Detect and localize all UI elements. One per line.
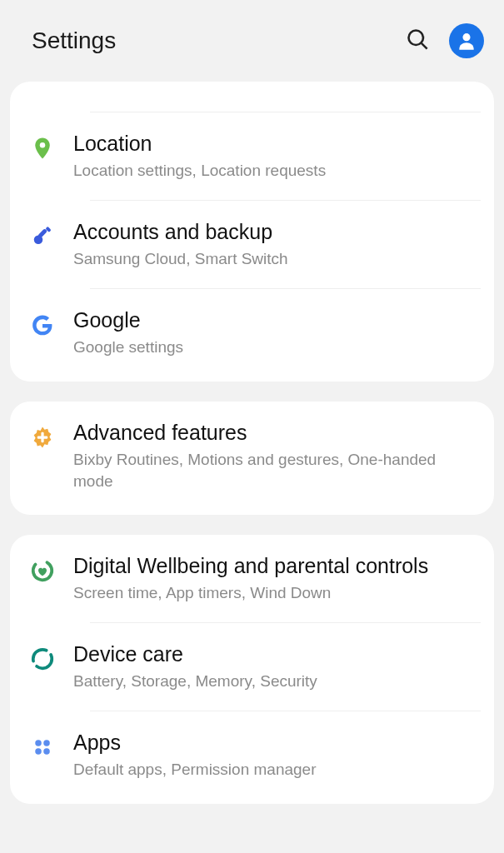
settings-row-advanced-features[interactable]: Advanced features Bixby Routines, Motion… xyxy=(10,402,494,516)
row-subtitle: Location settings, Location requests xyxy=(73,160,474,182)
profile-icon[interactable] xyxy=(449,23,484,58)
svg-point-0 xyxy=(409,31,424,46)
svg-point-12 xyxy=(35,740,42,746)
header: Settings xyxy=(0,0,504,82)
device-care-icon xyxy=(30,641,73,671)
row-subtitle: Battery, Storage, Memory, Security xyxy=(73,671,474,692)
svg-point-15 xyxy=(43,748,50,755)
settings-row-apps[interactable]: Apps Default apps, Permission manager xyxy=(10,711,494,804)
settings-group: Digital Wellbeing and parental controls … xyxy=(10,535,494,804)
wellbeing-heart-icon xyxy=(30,553,73,583)
row-subtitle: Google settings xyxy=(73,337,474,358)
svg-rect-8 xyxy=(37,436,48,438)
row-title: Location xyxy=(73,131,474,157)
row-subtitle: Samsung Cloud, Smart Switch xyxy=(73,248,474,270)
key-icon xyxy=(30,219,73,249)
location-pin-icon xyxy=(30,131,73,161)
apps-grid-icon xyxy=(30,730,73,760)
google-g-icon xyxy=(30,307,73,337)
row-title: Accounts and backup xyxy=(73,219,474,245)
row-subtitle: Bixby Routines, Motions and gestures, On… xyxy=(73,449,474,491)
settings-group: Advanced features Bixby Routines, Motion… xyxy=(10,402,494,516)
row-title: Digital Wellbeing and parental controls xyxy=(73,553,474,579)
svg-line-1 xyxy=(422,43,427,49)
plus-gear-icon xyxy=(30,420,73,450)
header-actions xyxy=(406,23,484,58)
settings-row-accounts-backup[interactable]: Accounts and backup Samsung Cloud, Smart… xyxy=(10,201,494,288)
svg-point-2 xyxy=(462,33,470,41)
row-title: Google xyxy=(73,307,474,333)
svg-rect-5 xyxy=(37,228,47,238)
settings-row-device-care[interactable]: Device care Battery, Storage, Memory, Se… xyxy=(10,623,494,711)
settings-row-clipped[interactable] xyxy=(10,82,494,112)
row-subtitle: Screen time, App timers, Wind Down xyxy=(73,582,474,604)
row-title: Device care xyxy=(73,641,474,667)
search-icon[interactable] xyxy=(406,27,429,54)
svg-point-3 xyxy=(40,142,46,148)
settings-row-location[interactable]: Location Location settings, Location req… xyxy=(10,112,494,200)
svg-point-13 xyxy=(43,740,50,746)
row-title: Advanced features xyxy=(73,420,474,446)
row-title: Apps xyxy=(73,730,474,756)
page-title: Settings xyxy=(32,27,116,54)
settings-row-google[interactable]: Google Google settings xyxy=(10,289,494,382)
svg-point-14 xyxy=(35,748,42,755)
settings-group: Location Location settings, Location req… xyxy=(10,82,494,382)
settings-row-digital-wellbeing[interactable]: Digital Wellbeing and parental controls … xyxy=(10,535,494,622)
row-subtitle: Default apps, Permission manager xyxy=(73,759,474,781)
